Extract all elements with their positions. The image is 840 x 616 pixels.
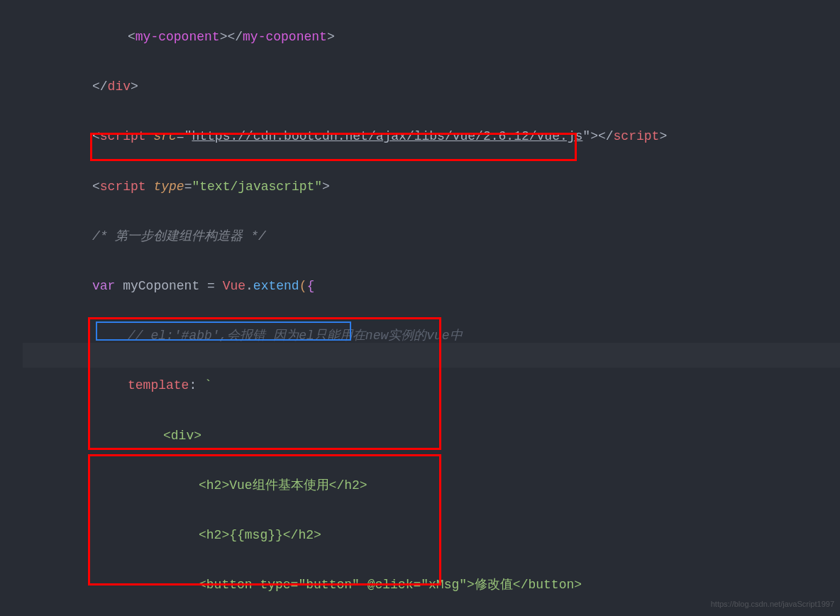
code-line: <h2>Vue组件基本使用</h2> (57, 473, 840, 498)
code-editor[interactable]: <my-coponent></my-coponent> </div> <scri… (0, 0, 840, 616)
code-line: <script src="https://cdn.bootcdn.net/aja… (57, 124, 840, 149)
code-line: <button type="button" @click="xMsg">修改值<… (57, 573, 840, 598)
code-line: <h2>{{msg}}</h2> (57, 523, 840, 548)
code-line: template: ` (57, 373, 840, 398)
code-line: <my-coponent></my-coponent> (57, 25, 840, 50)
code-line: <div> (57, 424, 840, 449)
code-line: </div> (57, 75, 840, 99)
code-line: // el:'#abb',会报错 因为el只能用在new实例的vue中 (57, 324, 840, 348)
code-line: <script type="text/javascript"> (57, 175, 840, 199)
code-line: /* 第一步创建组件构造器 */ (57, 224, 840, 249)
gutter (0, 0, 23, 616)
watermark: https://blog.csdn.net/javaScript1997 (711, 597, 834, 612)
code-line: var myCoponent = Vue.extend({ (57, 274, 840, 299)
